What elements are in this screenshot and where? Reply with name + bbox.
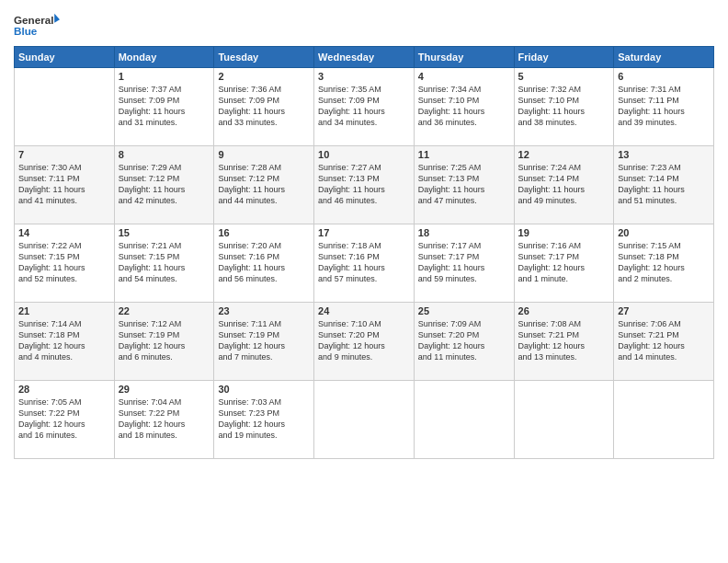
calendar-header-row: SundayMondayTuesdayWednesdayThursdayFrid…: [15, 47, 714, 68]
calendar-header-sunday: Sunday: [15, 47, 115, 68]
calendar-header-friday: Friday: [514, 47, 614, 68]
day-info: Sunrise: 7:28 AM Sunset: 7:12 PM Dayligh…: [218, 162, 310, 207]
day-number: 7: [18, 149, 110, 160]
calendar-header-thursday: Thursday: [414, 47, 514, 68]
calendar-cell: 14Sunrise: 7:22 AM Sunset: 7:15 PM Dayli…: [15, 224, 115, 303]
day-number: 14: [18, 227, 110, 238]
day-info: Sunrise: 7:36 AM Sunset: 7:09 PM Dayligh…: [218, 84, 310, 129]
day-info: Sunrise: 7:22 AM Sunset: 7:15 PM Dayligh…: [18, 240, 110, 285]
calendar-cell: 8Sunrise: 7:29 AM Sunset: 7:12 PM Daylig…: [114, 146, 214, 224]
day-number: 12: [518, 149, 610, 160]
calendar-cell: [514, 381, 614, 459]
day-info: Sunrise: 7:06 AM Sunset: 7:21 PM Dayligh…: [618, 318, 710, 363]
calendar-cell: 20Sunrise: 7:15 AM Sunset: 7:18 PM Dayli…: [614, 224, 714, 303]
day-number: 3: [318, 71, 410, 82]
day-number: 15: [119, 227, 210, 238]
day-info: Sunrise: 7:10 AM Sunset: 7:20 PM Dayligh…: [318, 318, 410, 363]
day-info: Sunrise: 7:29 AM Sunset: 7:12 PM Dayligh…: [119, 162, 210, 207]
day-number: 27: [618, 305, 710, 316]
day-number: 19: [518, 227, 610, 238]
day-info: Sunrise: 7:05 AM Sunset: 7:22 PM Dayligh…: [18, 396, 110, 442]
day-number: 22: [119, 305, 210, 316]
day-info: Sunrise: 7:12 AM Sunset: 7:19 PM Dayligh…: [119, 318, 210, 363]
day-info: Sunrise: 7:09 AM Sunset: 7:20 PM Dayligh…: [418, 318, 510, 363]
day-number: 16: [218, 227, 310, 238]
day-number: 30: [218, 384, 310, 395]
day-info: Sunrise: 7:14 AM Sunset: 7:18 PM Dayligh…: [18, 318, 110, 363]
calendar-cell: [614, 381, 714, 459]
day-number: 13: [618, 149, 710, 160]
day-info: Sunrise: 7:34 AM Sunset: 7:10 PM Dayligh…: [418, 84, 510, 129]
day-number: 29: [119, 384, 210, 395]
calendar-week-row: 1Sunrise: 7:37 AM Sunset: 7:09 PM Daylig…: [15, 68, 714, 146]
day-number: 24: [318, 305, 410, 316]
calendar-header-tuesday: Tuesday: [214, 47, 314, 68]
calendar-cell: 17Sunrise: 7:18 AM Sunset: 7:16 PM Dayli…: [314, 224, 415, 303]
day-number: 9: [218, 149, 310, 160]
day-number: 23: [218, 305, 310, 316]
calendar-cell: 30Sunrise: 7:03 AM Sunset: 7:23 PM Dayli…: [214, 381, 314, 459]
calendar-cell: 3Sunrise: 7:35 AM Sunset: 7:09 PM Daylig…: [314, 68, 415, 146]
day-number: 17: [318, 227, 410, 238]
day-info: Sunrise: 7:04 AM Sunset: 7:22 PM Dayligh…: [119, 396, 210, 442]
svg-marker-2: [54, 14, 60, 23]
calendar-cell: 29Sunrise: 7:04 AM Sunset: 7:22 PM Dayli…: [114, 381, 214, 459]
day-number: 25: [418, 305, 510, 316]
calendar-cell: 22Sunrise: 7:12 AM Sunset: 7:19 PM Dayli…: [114, 303, 214, 381]
day-number: 11: [418, 149, 510, 160]
day-info: Sunrise: 7:03 AM Sunset: 7:23 PM Dayligh…: [218, 396, 310, 442]
calendar-cell: 28Sunrise: 7:05 AM Sunset: 7:22 PM Dayli…: [15, 381, 115, 459]
calendar-week-row: 21Sunrise: 7:14 AM Sunset: 7:18 PM Dayli…: [15, 303, 714, 381]
day-info: Sunrise: 7:15 AM Sunset: 7:18 PM Dayligh…: [618, 240, 710, 285]
calendar-cell: 23Sunrise: 7:11 AM Sunset: 7:19 PM Dayli…: [214, 303, 314, 381]
calendar-cell: 21Sunrise: 7:14 AM Sunset: 7:18 PM Dayli…: [15, 303, 115, 381]
day-number: 8: [119, 149, 210, 160]
calendar-table: SundayMondayTuesdayWednesdayThursdayFrid…: [14, 46, 714, 459]
day-info: Sunrise: 7:17 AM Sunset: 7:17 PM Dayligh…: [418, 240, 510, 285]
calendar-header-saturday: Saturday: [614, 47, 714, 68]
calendar-cell: 5Sunrise: 7:32 AM Sunset: 7:10 PM Daylig…: [514, 68, 614, 146]
calendar-cell: 25Sunrise: 7:09 AM Sunset: 7:20 PM Dayli…: [414, 303, 514, 381]
calendar-week-row: 7Sunrise: 7:30 AM Sunset: 7:11 PM Daylig…: [15, 146, 714, 224]
calendar-cell: [314, 381, 415, 459]
calendar-cell: 27Sunrise: 7:06 AM Sunset: 7:21 PM Dayli…: [614, 303, 714, 381]
day-number: 10: [318, 149, 410, 160]
calendar-cell: 16Sunrise: 7:20 AM Sunset: 7:16 PM Dayli…: [214, 224, 314, 303]
calendar-cell: 18Sunrise: 7:17 AM Sunset: 7:17 PM Dayli…: [414, 224, 514, 303]
svg-text:Blue: Blue: [14, 25, 38, 37]
calendar-header-monday: Monday: [114, 47, 214, 68]
day-info: Sunrise: 7:25 AM Sunset: 7:13 PM Dayligh…: [418, 162, 510, 207]
calendar-cell: 15Sunrise: 7:21 AM Sunset: 7:15 PM Dayli…: [114, 224, 214, 303]
day-info: Sunrise: 7:11 AM Sunset: 7:19 PM Dayligh…: [218, 318, 310, 363]
day-info: Sunrise: 7:16 AM Sunset: 7:17 PM Dayligh…: [518, 240, 610, 285]
calendar-cell: 2Sunrise: 7:36 AM Sunset: 7:09 PM Daylig…: [214, 68, 314, 146]
day-info: Sunrise: 7:23 AM Sunset: 7:14 PM Dayligh…: [618, 162, 710, 207]
day-info: Sunrise: 7:18 AM Sunset: 7:16 PM Dayligh…: [318, 240, 410, 285]
calendar-header-wednesday: Wednesday: [314, 47, 415, 68]
calendar-cell: [15, 68, 115, 146]
calendar-cell: [414, 381, 514, 459]
calendar-cell: 11Sunrise: 7:25 AM Sunset: 7:13 PM Dayli…: [414, 146, 514, 224]
day-info: Sunrise: 7:08 AM Sunset: 7:21 PM Dayligh…: [518, 318, 610, 363]
day-number: 26: [518, 305, 610, 316]
day-number: 18: [418, 227, 510, 238]
day-number: 5: [518, 71, 610, 82]
day-number: 6: [618, 71, 710, 82]
day-number: 4: [418, 71, 510, 82]
logo: General Blue: [14, 9, 60, 42]
calendar-cell: 6Sunrise: 7:31 AM Sunset: 7:11 PM Daylig…: [614, 68, 714, 146]
day-number: 1: [119, 71, 210, 82]
calendar-cell: 9Sunrise: 7:28 AM Sunset: 7:12 PM Daylig…: [214, 146, 314, 224]
calendar-cell: 12Sunrise: 7:24 AM Sunset: 7:14 PM Dayli…: [514, 146, 614, 224]
calendar-cell: 7Sunrise: 7:30 AM Sunset: 7:11 PM Daylig…: [15, 146, 115, 224]
day-number: 20: [618, 227, 710, 238]
day-info: Sunrise: 7:20 AM Sunset: 7:16 PM Dayligh…: [218, 240, 310, 285]
calendar-cell: 10Sunrise: 7:27 AM Sunset: 7:13 PM Dayli…: [314, 146, 415, 224]
calendar-week-row: 28Sunrise: 7:05 AM Sunset: 7:22 PM Dayli…: [15, 381, 714, 459]
day-number: 2: [218, 71, 310, 82]
day-info: Sunrise: 7:27 AM Sunset: 7:13 PM Dayligh…: [318, 162, 410, 207]
day-info: Sunrise: 7:30 AM Sunset: 7:11 PM Dayligh…: [18, 162, 110, 207]
day-info: Sunrise: 7:32 AM Sunset: 7:10 PM Dayligh…: [518, 84, 610, 129]
day-info: Sunrise: 7:21 AM Sunset: 7:15 PM Dayligh…: [119, 240, 210, 285]
calendar-cell: 4Sunrise: 7:34 AM Sunset: 7:10 PM Daylig…: [414, 68, 514, 146]
